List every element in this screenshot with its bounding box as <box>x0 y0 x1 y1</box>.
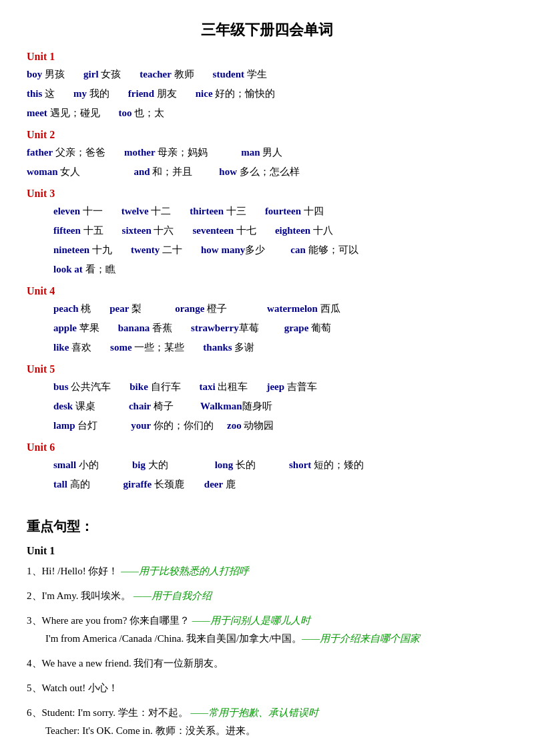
vocab-chair: chair 椅子 <box>129 397 174 415</box>
unit2-row1: father 父亲；爸爸 mother 母亲；妈妈 man 男人 <box>27 144 507 162</box>
vocab-fourteen: fourteen 十四 <box>265 202 324 220</box>
unit1-title: Unit 1 <box>27 51 507 63</box>
sentence-1: 1、Hi! /Hello! 你好！ ——用于比较熟悉的人打招呼 <box>27 562 507 580</box>
unit6-section: Unit 6 small 小的 big 大的 long 长的 short 短的；… <box>27 441 507 494</box>
vocab-apple: apple 苹果 <box>53 319 99 337</box>
vocab-lamp: lamp 台灯 <box>53 417 97 435</box>
sentence-4-main: We have a new friend. 我们有一位新朋友。 <box>42 658 224 669</box>
sentence-3-sub-note: ——用于介绍来自哪个国家 <box>302 633 420 644</box>
sentence-5-main: Watch out! 小心！ <box>42 683 119 693</box>
unit1-row2: this 这 my 我的 friend 朋友 nice 好的；愉快的 <box>27 85 507 103</box>
sentence-6-sub: Teacher: It's OK. Come in. 教师：没关系。进来。 <box>27 722 507 740</box>
unit5-row1: bus 公共汽车 bike 自行车 taxi 出租车 jeep 吉普车 <box>53 378 507 396</box>
vocab-big: big 大的 <box>132 456 168 474</box>
sentence-1-num: 1、 <box>27 566 42 576</box>
vocab-this: this 这 <box>27 85 55 103</box>
vocab-twenty: twenty 二十 <box>131 241 182 259</box>
key-sentences-section: 重点句型： Unit 1 1、Hi! /Hello! 你好！ ——用于比较熟悉的… <box>27 518 507 740</box>
vocab-banana: banana 香蕉 <box>118 319 172 337</box>
unit5-title: Unit 5 <box>27 363 507 375</box>
vocab-meet: meet 遇见；碰见 <box>27 104 100 122</box>
vocab-girl: girl 女孩 <box>83 65 121 83</box>
vocab-friend: friend 朋友 <box>128 85 177 103</box>
vocab-seventeen: seventeen 十七 <box>192 222 256 240</box>
sentence-6-num: 6、 <box>27 707 42 718</box>
vocab-peach: peach 桃 <box>53 300 91 318</box>
sentence-4-num: 4、 <box>27 658 42 669</box>
vocab-taxi: taxi 出租车 <box>200 378 248 396</box>
sentence-6-main: Student: I'm sorry. 学生：对不起。 <box>42 707 191 718</box>
vocab-long: long 长的 <box>215 456 256 474</box>
vocab-jeep: jeep 吉普车 <box>266 378 316 396</box>
vocab-and: and 和；并且 <box>134 163 192 181</box>
sentence-2: 2、I'm Amy. 我叫埃米。 ——用于自我介绍 <box>27 587 507 605</box>
vocab-woman: woman 女人 <box>27 163 80 181</box>
unit3-row4: look at 看；瞧 <box>53 260 507 278</box>
unit6-row2: tall 高的 giraffe 长颈鹿 deer 鹿 <box>53 476 507 494</box>
unit1-section: Unit 1 boy 男孩 girl 女孩 teacher 教师 student… <box>27 51 507 122</box>
vocab-pear: pear 梨 <box>109 300 142 318</box>
sentence-3-sub-text: I'm from America /Canada /China. 我来自美国/加… <box>45 633 302 644</box>
vocab-look-at: look at 看；瞧 <box>53 260 115 278</box>
vocab-eleven: eleven 十一 <box>53 202 103 220</box>
key-unit-label: Unit 1 <box>27 545 507 557</box>
vocab-deer: deer 鹿 <box>204 476 236 494</box>
vocab-too: too 也；太 <box>119 104 165 122</box>
vocab-grape: grape 葡萄 <box>284 319 331 337</box>
sentence-2-num: 2、 <box>27 590 42 601</box>
sentence-4: 4、We have a new friend. 我们有一位新朋友。 <box>27 654 507 673</box>
unit3-section: Unit 3 eleven 十一 twelve 十二 thirteen 十三 f… <box>27 188 507 278</box>
unit2-section: Unit 2 father 父亲；爸爸 mother 母亲；妈妈 man 男人 … <box>27 129 507 181</box>
vocab-orange: orange 橙子 <box>175 300 227 318</box>
vocab-man: man 男人 <box>241 144 282 162</box>
vocab-small: small 小的 <box>53 456 99 474</box>
vocab-eighteen: eighteen 十八 <box>275 222 333 240</box>
vocab-student: student 学生 <box>213 65 267 83</box>
vocabulary-section: Unit 1 boy 男孩 girl 女孩 teacher 教师 student… <box>27 51 507 494</box>
vocab-sixteen: sixteen 十六 <box>122 222 174 240</box>
vocab-teacher: teacher 教师 <box>140 65 194 83</box>
unit5-row3: lamp 台灯 your 你的；你们的 zoo 动物园 <box>53 417 507 435</box>
vocab-my: my 我的 <box>73 85 109 103</box>
sentence-3: 3、Where are you from? 你来自哪里？ ——用于问别人是哪儿人… <box>27 612 507 648</box>
vocab-how: how 多么；怎么样 <box>219 163 299 181</box>
vocab-like: like 喜欢 <box>53 339 91 357</box>
unit4-section: Unit 4 peach 桃 pear 梨 orange 橙子 watermel… <box>27 285 507 357</box>
sentence-5-num: 5、 <box>27 683 42 693</box>
key-sentences-title: 重点句型： <box>27 518 507 536</box>
sentence-6-sub-text: Teacher: It's OK. Come in. 教师：没关系。进来。 <box>45 725 256 736</box>
vocab-how-many: how many多少 <box>201 241 265 259</box>
sentence-1-main: Hi! /Hello! 你好！ <box>42 566 121 576</box>
vocab-walkman: Walkman随身听 <box>200 397 272 415</box>
unit5-row2: desk 课桌 chair 椅子 Walkman随身听 <box>53 397 507 415</box>
unit4-row2: apple 苹果 banana 香蕉 strawberry草莓 grape 葡萄 <box>53 319 507 337</box>
sentence-3-main: Where are you from? 你来自哪里？ <box>42 615 192 626</box>
unit2-row2: woman 女人 and 和；并且 how 多么；怎么样 <box>27 163 507 181</box>
unit3-title: Unit 3 <box>27 188 507 200</box>
unit1-row1: boy 男孩 girl 女孩 teacher 教师 student 学生 <box>27 65 507 83</box>
sentence-6: 6、Student: I'm sorry. 学生：对不起。 ——常用于抱歉、承认… <box>27 704 507 740</box>
sentence-6-note: ——常用于抱歉、承认错误时 <box>190 707 318 718</box>
vocab-nice: nice 好的；愉快的 <box>196 85 276 103</box>
vocab-watermelon: watermelon 西瓜 <box>267 300 340 318</box>
sentence-3-sub: I'm from America /Canada /China. 我来自美国/加… <box>27 630 507 648</box>
vocab-desk: desk 课桌 <box>53 397 95 415</box>
vocab-nineteen: nineteen 十九 <box>53 241 112 259</box>
sentence-2-main: I'm Amy. 我叫埃米。 <box>42 590 134 601</box>
unit4-row1: peach 桃 pear 梨 orange 橙子 watermelon 西瓜 <box>53 300 507 318</box>
unit1-row3: meet 遇见；碰见 too 也；太 <box>27 104 507 122</box>
unit3-row1: eleven 十一 twelve 十二 thirteen 十三 fourteen… <box>53 202 507 220</box>
vocab-bus: bus 公共汽车 <box>53 378 111 396</box>
sentence-3-num: 3、 <box>27 615 42 626</box>
unit3-row3: nineteen 十九 twenty 二十 how many多少 can 能够；… <box>53 241 507 259</box>
unit5-section: Unit 5 bus 公共汽车 bike 自行车 taxi 出租车 jeep 吉… <box>27 363 507 435</box>
vocab-thirteen: thirteen 十三 <box>190 202 246 220</box>
unit3-row2: fifteen 十五 sixteen 十六 seventeen 十七 eight… <box>53 222 507 240</box>
unit6-title: Unit 6 <box>27 441 507 453</box>
vocab-thanks: thanks 多谢 <box>203 339 254 357</box>
sentence-1-note: ——用于比较熟悉的人打招呼 <box>121 566 249 576</box>
vocab-giraffe: giraffe 长颈鹿 <box>123 476 184 494</box>
vocab-zoo: zoo 动物园 <box>227 417 274 435</box>
vocab-tall: tall 高的 <box>53 476 90 494</box>
unit6-row1: small 小的 big 大的 long 长的 short 短的；矮的 <box>53 456 507 474</box>
